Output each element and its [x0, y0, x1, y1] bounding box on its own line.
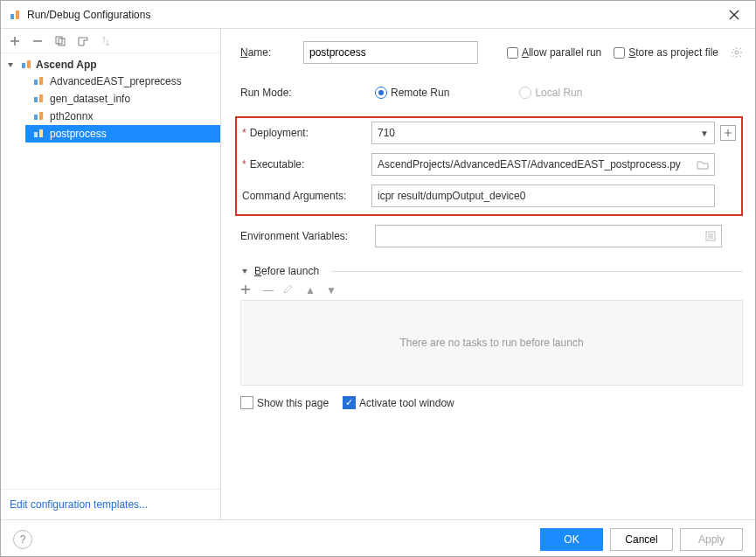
save-config-button[interactable]: [74, 32, 92, 50]
svg-rect-9: [39, 94, 43, 102]
activate-tool-checkbox[interactable]: ✓ Activate tool window: [343, 396, 454, 409]
cmd-args-input[interactable]: icpr result/dumpOutput_device0: [371, 185, 715, 207]
config-tree: Ascend App AdvancedEAST_preprecess gen_d…: [1, 53, 220, 489]
expand-arrow-icon: [6, 60, 17, 69]
env-vars-label: Environment Variables:: [240, 230, 375, 242]
executable-input[interactable]: AscendProjects/AdvancedEAST/AdvancedEAST…: [371, 153, 715, 176]
env-vars-input[interactable]: [375, 225, 722, 247]
chevron-down-icon: ▼: [700, 129, 709, 138]
remove-config-button[interactable]: [29, 32, 46, 50]
cancel-button[interactable]: Cancel: [610, 528, 673, 551]
env-vars-row: Environment Variables:: [240, 225, 743, 247]
allow-parallel-checkbox[interactable]: Allow parallel run: [507, 46, 601, 59]
window-title: Run/Debug Configurations: [27, 9, 720, 21]
apply-button: Apply: [680, 528, 743, 551]
checkbox-checked-icon: ✓: [343, 396, 356, 409]
remote-run-label: Remote Run: [391, 87, 449, 99]
add-deployment-button[interactable]: [720, 125, 736, 141]
cmd-args-row: Command Arguments: icpr result/dumpOutpu…: [242, 185, 736, 207]
svg-rect-12: [34, 132, 38, 137]
tree-item-pth2onnx[interactable]: pth2onnx: [25, 108, 220, 125]
tree-item-label: postprocess: [50, 128, 107, 140]
list-icon[interactable]: [705, 231, 716, 241]
title-bar: Run/Debug Configurations: [1, 1, 755, 29]
tree-item-postprocess[interactable]: postprocess: [25, 125, 220, 143]
run-mode-label: Run Mode:: [240, 87, 375, 99]
tree-item-advancedeast[interactable]: AdvancedEAST_preprecess: [25, 73, 220, 90]
tree-item-gendataset[interactable]: gen_dataset_info: [25, 90, 220, 108]
tree-root-label: Ascend App: [36, 59, 97, 71]
app-icon: [8, 8, 22, 22]
allow-parallel-input[interactable]: [507, 47, 518, 59]
svg-rect-6: [34, 80, 38, 85]
show-page-checkbox[interactable]: Show this page: [240, 396, 329, 409]
allow-parallel-label: Allow parallel run: [522, 46, 601, 59]
deployment-dropdown[interactable]: 710 ▼: [371, 122, 715, 144]
tree-item-label: pth2onnx: [50, 110, 93, 122]
tree-root[interactable]: Ascend App: [1, 57, 220, 73]
edit-task-button: [282, 284, 296, 296]
radio-dot-icon: [375, 87, 387, 99]
close-button[interactable]: [720, 4, 748, 25]
deployment-label: *Deployment:: [242, 127, 371, 139]
svg-rect-5: [27, 60, 31, 68]
before-launch-header[interactable]: Before launch: [240, 265, 743, 281]
copy-config-button[interactable]: [52, 32, 69, 50]
run-mode-row: Run Mode: Remote Run Local Run: [240, 81, 743, 104]
config-icon: [32, 111, 45, 122]
name-label: Name:: [240, 46, 303, 59]
tree-item-label: AdvancedEAST_preprecess: [50, 75, 182, 87]
svg-rect-7: [39, 77, 43, 85]
local-run-label: Local Run: [535, 87, 582, 99]
config-icon: [32, 129, 45, 139]
before-launch-empty: There are no tasks to run before launch: [240, 300, 743, 386]
sidebar: Ascend App AdvancedEAST_preprecess gen_d…: [1, 29, 221, 519]
store-project-checkbox[interactable]: Store as project file: [614, 46, 718, 59]
before-launch-toolbar: — ▲ ▼: [240, 281, 743, 300]
svg-rect-1: [16, 10, 19, 19]
collapse-arrow-icon: [240, 267, 249, 275]
gear-icon[interactable]: [731, 46, 743, 59]
executable-row: *Executable: AscendProjects/AdvancedEAST…: [242, 153, 736, 176]
svg-rect-11: [39, 112, 43, 120]
executable-label: *Executable:: [242, 158, 371, 171]
name-row: Name: Allow parallel run Store as projec…: [240, 41, 743, 64]
deployment-value: 710: [378, 127, 695, 139]
footer: ? OK Cancel Apply: [1, 519, 755, 557]
main-panel: Name: Allow parallel run Store as projec…: [221, 29, 755, 519]
ok-button[interactable]: OK: [540, 528, 603, 551]
executable-value: AscendProjects/AdvancedEAST/AdvancedEAST…: [378, 158, 691, 171]
remote-run-radio[interactable]: Remote Run: [375, 87, 449, 99]
svg-rect-4: [22, 63, 25, 68]
sort-config-button[interactable]: [97, 32, 114, 50]
cmd-args-value: icpr result/dumpOutput_device0: [378, 190, 709, 202]
add-config-button[interactable]: [6, 32, 24, 50]
config-icon: [32, 94, 45, 104]
deployment-row: *Deployment: 710 ▼: [242, 122, 736, 144]
help-button[interactable]: ?: [13, 530, 32, 549]
add-task-button[interactable]: [240, 284, 254, 296]
svg-rect-10: [34, 115, 38, 120]
folder-icon: [20, 59, 32, 70]
activate-tool-label: Activate tool window: [359, 397, 454, 409]
show-page-label: Show this page: [257, 397, 329, 409]
before-launch-label: Before launch: [254, 265, 319, 277]
divider: [331, 271, 743, 272]
store-project-label: Store as project file: [628, 46, 718, 59]
local-run-radio: Local Run: [519, 87, 582, 99]
svg-rect-13: [39, 129, 43, 137]
svg-point-14: [735, 51, 739, 54]
svg-rect-8: [34, 97, 38, 102]
store-project-input[interactable]: [614, 47, 625, 59]
highlighted-fields: *Deployment: 710 ▼ *Executable: AscendPr…: [235, 116, 743, 216]
before-launch-section: Before launch — ▲ ▼ There are no tasks t…: [240, 265, 743, 409]
name-input[interactable]: [303, 41, 478, 64]
config-icon: [32, 76, 45, 87]
cmd-args-label: Command Arguments:: [242, 190, 371, 202]
edit-templates-link[interactable]: Edit configuration templates...: [1, 489, 220, 519]
tree-item-label: gen_dataset_info: [50, 93, 130, 105]
remove-task-button: —: [261, 284, 275, 296]
folder-icon[interactable]: [697, 159, 709, 170]
checkbox-icon: [240, 396, 253, 409]
svg-rect-0: [10, 14, 14, 19]
